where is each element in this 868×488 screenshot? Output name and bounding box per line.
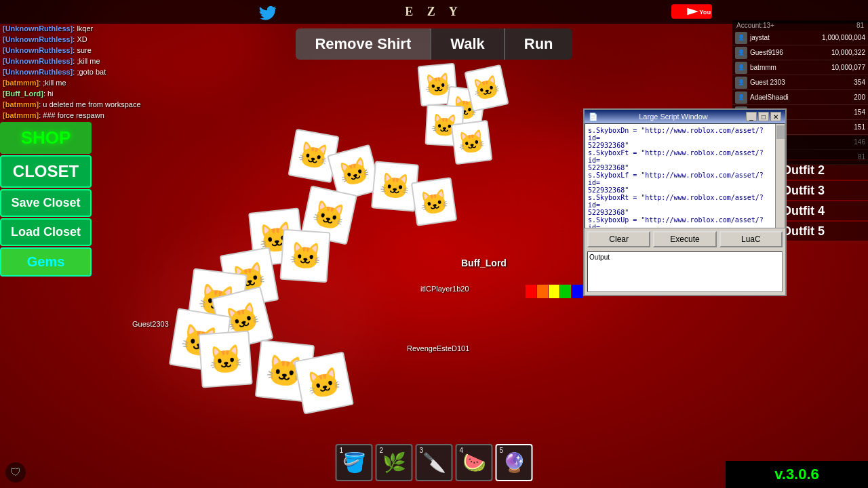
- lb-score: 154: [854, 108, 865, 116]
- script-window-icon: 📄: [589, 113, 598, 121]
- color-swatch-orange: [537, 285, 548, 298]
- run-button[interactable]: Run: [504, 28, 572, 60]
- account-label: Account:13+: [736, 22, 774, 29]
- chat-line: [UnknownRuthless]: ;goto bat: [3, 66, 174, 77]
- script-line: s.SkyboxDn = "http://www.roblox.com/asse…: [588, 127, 771, 149]
- color-bar: [526, 285, 583, 298]
- slot-number: 3: [420, 447, 424, 454]
- script-line: s.SkyboxRt = "http://www.roblox.com/asse…: [588, 194, 771, 216]
- slot-number: 5: [500, 447, 504, 454]
- script-content-area[interactable]: s.SkyboxDn = "http://www.roblox.com/asse…: [585, 123, 785, 228]
- script-scrollbar[interactable]: [775, 124, 785, 228]
- color-swatch-blue: [572, 285, 583, 298]
- lb-name: AdaelShaadi: [750, 94, 854, 101]
- lb-score: 200: [854, 94, 865, 101]
- lb-avatar: 👤: [735, 77, 747, 89]
- lb-name: Guest9196: [750, 49, 831, 56]
- channel-name: E Z Y: [405, 5, 462, 19]
- script-line: s.SkyboxLf = "http://www.roblox.com/asse…: [588, 171, 771, 194]
- lb-score: 1,000,000,004: [822, 34, 865, 41]
- lb-score: 354: [854, 79, 865, 86]
- lb-score: 10,000,077: [831, 64, 865, 71]
- slot-number: 2: [380, 447, 384, 454]
- script-buttons: Clear Execute LuaC: [585, 228, 785, 250]
- version-text: v.3.0.6: [774, 466, 819, 483]
- color-swatch-red: [526, 285, 536, 298]
- top-score: 81: [856, 22, 864, 29]
- chat-panel: [UnknownRuthless]: lkqer [UnknownRuthles…: [0, 20, 176, 134]
- script-window: 📄 Large Script Window _ □ ✕ s.SkyboxDn =…: [583, 108, 787, 296]
- inventory-slot-3[interactable]: 3 🔪: [416, 444, 453, 481]
- leaderboard-row: 👤 batmmm 10,000,077: [732, 60, 868, 75]
- closet-button[interactable]: CLOSET: [0, 155, 92, 188]
- leaderboard-row: 👤 Guest 2303 354: [732, 75, 868, 90]
- pikachu-sprite: 🐱: [294, 352, 354, 415]
- player-name-guest: Guest2303: [132, 320, 169, 328]
- player-name-player20: itlCPlayer1b20: [420, 285, 469, 293]
- chat-line: [UnknownRuthless]: XD: [3, 34, 174, 45]
- player-name-revenge: RevengeEsteD101: [407, 344, 469, 352]
- inventory-slot-4[interactable]: 4 🍉: [456, 444, 493, 481]
- account-bar: Account:13+ 81: [732, 20, 868, 30]
- slot-icon: 🌿: [382, 451, 406, 474]
- minimize-button[interactable]: _: [746, 112, 757, 121]
- leaderboard-row: 👤 Guest9196 10,000,322: [732, 45, 868, 60]
- lb-avatar: 👤: [735, 92, 747, 104]
- twitter-icon: [258, 2, 278, 25]
- chat-line: [batmmm]: ;kill me: [3, 77, 174, 88]
- slot-icon: 🍉: [462, 451, 486, 474]
- remove-shirt-button[interactable]: Remove Shirt: [296, 28, 430, 60]
- clear-button[interactable]: Clear: [587, 231, 650, 247]
- walk-button[interactable]: Walk: [430, 28, 504, 60]
- slot-icon: 🔮: [502, 451, 526, 474]
- script-line: s.SkyboxFt = "http://www.roblox.com/asse…: [588, 149, 771, 171]
- chat-line: [batmmm]: u deleted me from workspace: [3, 99, 174, 110]
- save-closet-button[interactable]: Save Closet: [0, 189, 92, 217]
- execute-button[interactable]: Execute: [653, 231, 716, 247]
- leaderboard-row: 👤 AdaelShaadi 200: [732, 90, 868, 105]
- gems-button[interactable]: Gems: [0, 247, 92, 277]
- pikachu-sprite: 🐱: [279, 229, 330, 283]
- slot-number: 1: [340, 447, 344, 454]
- lb-name: jaystat: [750, 34, 822, 41]
- lb-avatar: 👤: [735, 47, 747, 59]
- slot-number: 4: [460, 447, 464, 454]
- load-closet-button[interactable]: Load Closet: [0, 218, 92, 246]
- script-window-title: Large Script Window: [639, 113, 708, 121]
- lb-avatar: 👤: [735, 62, 747, 74]
- lb-score: 151: [854, 123, 865, 131]
- version-label: v.3.0.6: [726, 461, 868, 488]
- chat-line: [batmmm]: ### force respawn: [3, 110, 174, 121]
- inventory-bar: 1 🪣 2 🌿 3 🔪 4 🍉 5 🔮: [336, 444, 533, 481]
- inventory-slot-1[interactable]: 1 🪣: [336, 444, 373, 481]
- chat-line: [UnknownRuthless]: sure: [3, 45, 174, 56]
- leaderboard-row: 👤 jaystat 1,000,000,004: [732, 30, 868, 45]
- script-line: s.SkyboxUp = "http://www.roblox.com/asse…: [588, 216, 771, 228]
- inventory-slot-2[interactable]: 2 🌿: [376, 444, 413, 481]
- lb-score: 10,000,322: [831, 49, 865, 56]
- left-sidebar: SHOP CLOSET Save Closet Load Closet Gems: [0, 122, 92, 277]
- youtube-icon: You: [671, 2, 712, 24]
- player-name-buff-lord: Buff_Lord: [461, 258, 507, 268]
- pikachu-sprite: 🐱: [198, 330, 252, 388]
- chat-line: [Buff_Lord]: hi: [3, 88, 174, 99]
- script-output-area: Output: [587, 251, 783, 292]
- lb-name: batmmm: [750, 64, 831, 71]
- shop-button[interactable]: SHOP: [0, 122, 92, 154]
- close-button[interactable]: ✕: [770, 112, 781, 121]
- luac-button[interactable]: LuaC: [719, 231, 783, 247]
- pikachu-sprite: 🐱: [411, 177, 457, 226]
- inventory-slot-5[interactable]: 5 🔮: [496, 444, 533, 481]
- shield-icon: 🛡: [5, 462, 26, 483]
- color-swatch-green: [560, 285, 571, 298]
- output-label: Output: [589, 253, 610, 261]
- restore-button[interactable]: □: [758, 112, 769, 121]
- slot-icon: 🔪: [422, 451, 446, 474]
- lb-avatar: 👤: [735, 32, 747, 44]
- lb-name: Guest 2303: [750, 79, 854, 86]
- slot-icon: 🪣: [342, 451, 366, 474]
- chat-line: [UnknownRuthless]: lkqer: [3, 23, 174, 34]
- color-swatch-yellow: [549, 285, 559, 298]
- svg-text:You: You: [699, 9, 711, 16]
- script-titlebar: 📄 Large Script Window _ □ ✕: [585, 110, 785, 123]
